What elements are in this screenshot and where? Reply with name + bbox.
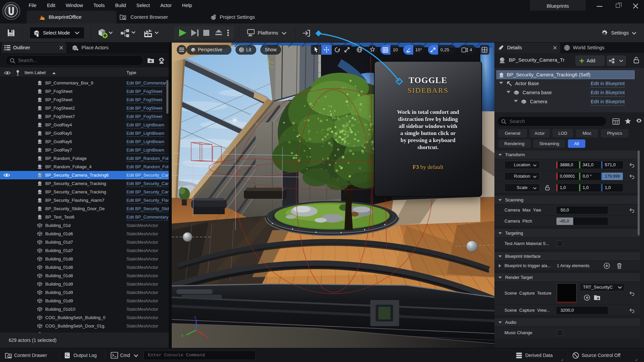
svg-text:Y: Y (181, 334, 183, 339)
svg-text:X: X (206, 336, 208, 340)
svg-text:z: z (194, 315, 196, 320)
